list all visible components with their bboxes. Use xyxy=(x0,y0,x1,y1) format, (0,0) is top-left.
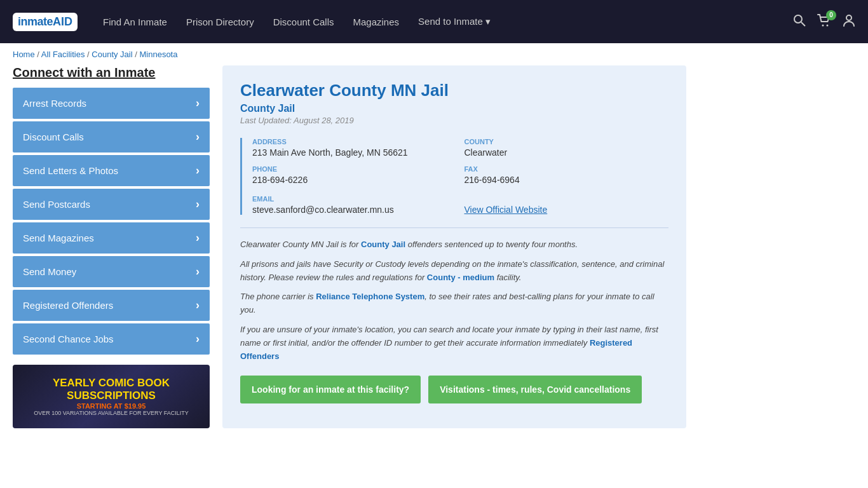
description-3: The phone carrier is Reliance Telephone … xyxy=(240,290,668,317)
county-block: COUNTY Clearwater xyxy=(465,138,669,158)
fax-label: FAX xyxy=(465,165,669,173)
registered-offenders-link[interactable]: Registered Offenders xyxy=(240,338,632,361)
sidebar-item-registered-offenders[interactable]: Registered Offenders › xyxy=(13,290,210,321)
breadcrumb-state[interactable]: Minnesota xyxy=(139,50,177,59)
breadcrumb: Home / All Facilities / County Jail / Mi… xyxy=(0,43,868,65)
fax-value: 216-694-6964 xyxy=(465,175,669,185)
ad-title-line2: SUBSCRIPTIONS xyxy=(67,390,156,402)
sidebar-item-send-magazines[interactable]: Send Magazines › xyxy=(13,222,210,254)
facility-info-grid: ADDRESS 213 Main Ave North, Bagley, MN 5… xyxy=(240,138,668,215)
user-button[interactable] xyxy=(843,14,855,30)
nav-send-to-inmate[interactable]: Send to Inmate ▾ xyxy=(418,16,491,27)
sidebar-item-send-postcards[interactable]: Send Postcards › xyxy=(13,189,210,220)
facility-content: Clearwater County MN Jail County Jail La… xyxy=(222,65,686,428)
arrow-icon: › xyxy=(196,299,200,312)
search-button[interactable] xyxy=(793,14,806,30)
county-value: Clearwater xyxy=(465,147,669,158)
sidebar-item-send-money[interactable]: Send Money › xyxy=(13,256,210,287)
email-label: EMAIL xyxy=(252,195,457,203)
cart-wrapper: 0 xyxy=(817,14,831,30)
nav-links: Find An Inmate Prison Directory Discount… xyxy=(103,16,793,27)
arrow-icon: › xyxy=(196,97,200,110)
find-inmate-button[interactable]: Looking for an inmate at this facility? xyxy=(240,376,421,403)
sidebar-label: Send Letters & Photos xyxy=(23,165,118,176)
sidebar-menu: Arrest Records › Discount Calls › Send L… xyxy=(13,88,210,355)
facility-title: Clearwater County MN Jail xyxy=(240,81,668,100)
arrow-icon: › xyxy=(196,332,200,346)
svg-point-0 xyxy=(794,15,802,23)
sidebar-label: Discount Calls xyxy=(23,132,84,142)
sidebar-label: Send Money xyxy=(23,266,76,277)
ad-title-line1: YEARLY COMIC BOOK xyxy=(53,377,170,390)
sidebar-label: Arrest Records xyxy=(23,98,86,109)
user-icon xyxy=(843,14,855,27)
content-divider xyxy=(240,227,668,228)
fax-block: FAX 216-694-6964 xyxy=(465,165,669,185)
phone-block: PHONE 218-694-6226 xyxy=(252,165,457,185)
logo-aid: AID xyxy=(53,15,72,29)
facility-type: County Jail xyxy=(240,103,668,114)
address-label: ADDRESS xyxy=(252,138,457,146)
county-jail-link[interactable]: County Jail xyxy=(361,240,405,249)
breadcrumb-county-jail[interactable]: County Jail xyxy=(92,50,132,59)
nav-magazines[interactable]: Magazines xyxy=(353,17,400,27)
county-label: COUNTY xyxy=(465,138,669,146)
cart-badge: 0 xyxy=(826,10,836,20)
sidebar-item-arrest-records[interactable]: Arrest Records › xyxy=(13,88,210,119)
email-value: steve.sanford@co.clearwater.mn.us xyxy=(252,205,457,215)
action-buttons: Looking for an inmate at this facility? … xyxy=(240,376,668,403)
sidebar-label: Registered Offenders xyxy=(23,300,113,311)
ad-subtext: OVER 100 VARIATIONS AVAILABLE FOR EVERY … xyxy=(34,410,189,416)
breadcrumb-home[interactable]: Home xyxy=(13,50,35,59)
phone-value: 218-694-6226 xyxy=(252,175,457,185)
arrow-icon: › xyxy=(196,198,200,211)
website-block: View Official Website xyxy=(465,193,669,215)
nav-find-inmate[interactable]: Find An Inmate xyxy=(103,17,167,27)
address-value: 213 Main Ave North, Bagley, MN 56621 xyxy=(252,147,457,158)
facility-updated: Last Updated: August 28, 2019 xyxy=(240,116,668,125)
svg-line-1 xyxy=(801,22,805,26)
sidebar-label: Send Magazines xyxy=(23,233,94,243)
sidebar: Connect with an Inmate Arrest Records › … xyxy=(13,65,210,428)
website-link[interactable]: View Official Website xyxy=(465,205,548,215)
svg-point-4 xyxy=(846,15,851,20)
description-4: If you are unsure of your inmate's locat… xyxy=(240,323,668,363)
arrow-icon: › xyxy=(196,130,200,144)
arrow-icon: › xyxy=(196,231,200,245)
description-2: All prisons and jails have Security or C… xyxy=(240,258,668,285)
sidebar-label: Send Postcards xyxy=(23,199,90,210)
description-1: Clearwater County MN Jail is for County … xyxy=(240,238,668,252)
svg-point-2 xyxy=(822,24,824,26)
main-container: Connect with an Inmate Arrest Records › … xyxy=(0,65,699,441)
logo-text: inmate xyxy=(18,15,53,29)
nav-prison-directory[interactable]: Prison Directory xyxy=(186,17,254,27)
nav-icons: 0 xyxy=(793,14,855,30)
sidebar-item-discount-calls[interactable]: Discount Calls › xyxy=(13,121,210,152)
phone-label: PHONE xyxy=(252,165,457,173)
sidebar-ad[interactable]: YEARLY COMIC BOOK SUBSCRIPTIONS STARTING… xyxy=(13,365,210,428)
reliance-link[interactable]: Reliance Telephone System xyxy=(316,292,424,301)
ad-subtitle: STARTING AT $19.95 xyxy=(77,402,146,410)
county-medium-link[interactable]: County - medium xyxy=(427,273,494,282)
arrow-icon: › xyxy=(196,265,200,278)
nav-discount-calls[interactable]: Discount Calls xyxy=(273,17,334,27)
sidebar-title: Connect with an Inmate xyxy=(13,65,210,80)
search-icon xyxy=(793,14,806,27)
breadcrumb-all-facilities[interactable]: All Facilities xyxy=(41,50,85,59)
address-block: ADDRESS 213 Main Ave North, Bagley, MN 5… xyxy=(252,138,457,158)
navigation: inmate AID Find An Inmate Prison Directo… xyxy=(0,0,868,43)
sidebar-item-second-chance-jobs[interactable]: Second Chance Jobs › xyxy=(13,323,210,355)
svg-point-3 xyxy=(827,24,829,26)
sidebar-label: Second Chance Jobs xyxy=(23,334,114,344)
logo[interactable]: inmate AID xyxy=(13,13,78,31)
email-block: EMAIL steve.sanford@co.clearwater.mn.us xyxy=(252,195,457,215)
visitations-button[interactable]: Visitations - times, rules, Covid cancel… xyxy=(428,376,642,403)
arrow-icon: › xyxy=(196,164,200,177)
sidebar-item-send-letters[interactable]: Send Letters & Photos › xyxy=(13,155,210,186)
